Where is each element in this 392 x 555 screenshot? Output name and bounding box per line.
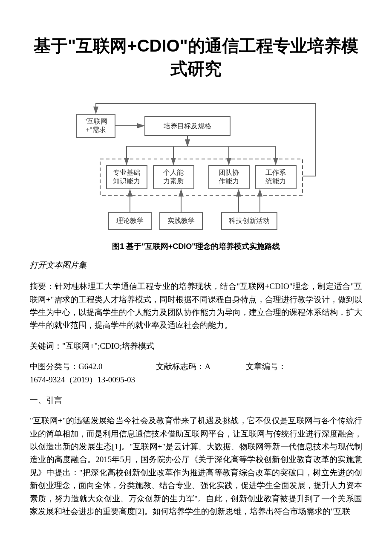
meta-line: 中图分类号：G642.0 文献标志码：A 文章编号： 1674-9324（201… [30,360,362,386]
svg-text:作能力: 作能力 [218,177,239,185]
box-internet-demand: "互联网 [84,118,108,125]
doccode-value: A [205,362,210,371]
svg-text:工作系: 工作系 [265,169,286,176]
abstract: 摘要：针对桂林理工大学通信工程专业的培养现状，结合"互联网+CDIO"理念，制定… [30,280,362,332]
figure-1: "互联网 +"需求 培养目标及规格 专业基础知识能力 个人能力素质 团队协作能力… [30,97,362,253]
clc-label: 中图分类号： [30,362,78,371]
diagram-svg: "互联网 +"需求 培养目标及规格 专业基础知识能力 个人能力素质 团队协作能力… [68,97,324,238]
doccode-label: 文献标志码： [156,362,205,371]
keywords-label: 关键词： [30,341,62,350]
abstract-label: 摘要： [30,282,55,291]
keywords: 关键词："互联网+";CDIO;培养模式 [30,340,362,353]
svg-text:专业基础: 专业基础 [113,169,140,176]
svg-text:团队协: 团队协 [219,169,239,176]
clc-value: G642.0 [78,362,102,371]
box-theory: 理论教学 [116,217,144,224]
box-practice: 实践教学 [167,217,195,224]
articleno-value: 1674-9324（2019）13-0095-03 [30,373,362,386]
page-title: 基于"互联网+CDIO"的通信工程专业培养模式研究 [30,34,362,80]
svg-text:统能力: 统能力 [265,177,286,185]
box-innovation: 科技创新活动 [229,217,270,224]
figure-caption: 图1 基于"互联网+CDIO"理念的培养模式实施路线 [30,240,362,253]
abstract-text: 针对桂林理工大学通信工程专业的培养现状，结合"互联网+CDIO"理念，制定适合"… [30,282,362,330]
svg-text:+"需求: +"需求 [86,126,106,133]
box-goals: 培养目标及规格 [163,122,211,130]
svg-text:力素质: 力素质 [163,177,184,185]
body-paragraph-1: "互联网+"的迅猛发展给当今社会及教育带来了机遇及挑战，它不仅仅是互联网与各个传… [30,414,362,518]
articleno-label: 文章编号： [246,362,286,371]
open-gallery-link[interactable]: 打开文本图片集 [30,259,362,272]
keywords-text: "互联网+";CDIO;培养模式 [62,341,154,350]
svg-text:个人能: 个人能 [163,169,184,176]
svg-text:知识能力: 知识能力 [113,177,140,185]
section-1-heading: 一、引言 [30,394,362,407]
